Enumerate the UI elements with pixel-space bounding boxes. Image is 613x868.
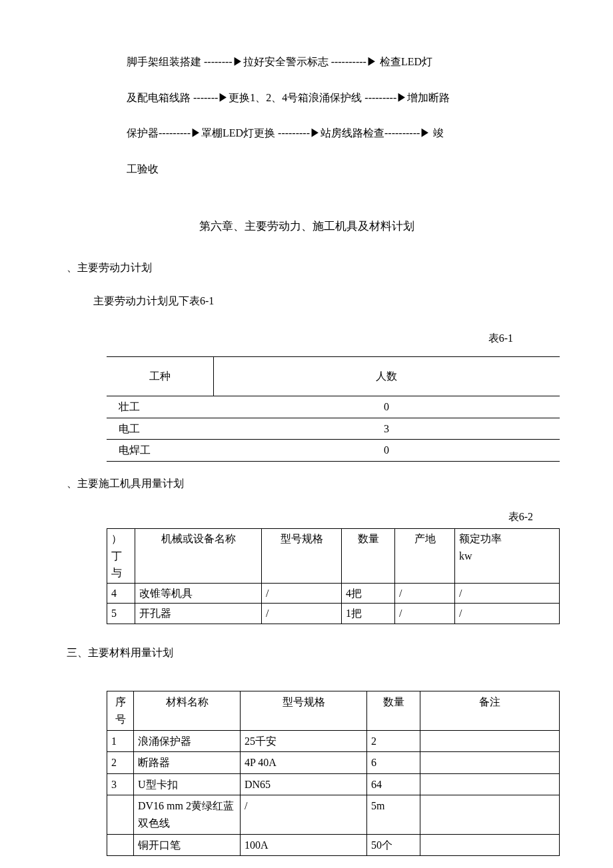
t61-header-kind: 工种: [107, 357, 213, 396]
t61-header-count: 人数: [213, 357, 560, 396]
t61-cell: 0: [213, 396, 560, 418]
table-row: 4 改锥等机具 / 4把 / /: [107, 583, 560, 604]
t62-header-origin: 产地: [395, 528, 455, 583]
t62-header-power: 额定功率 kw: [455, 528, 560, 583]
t62-cell: 开孔器: [135, 604, 262, 624]
tmat-cell: [107, 795, 134, 834]
table-6-2-caption: 表6-2: [67, 508, 546, 526]
tmat-cell: 50个: [367, 834, 420, 856]
table-materials: 序 号 材料名称 型号规格 数量 备注 1 浪涌保护器 25千安 2 2 断路器…: [107, 691, 560, 856]
table-row: 电工 3: [107, 418, 560, 440]
t62-cell: /: [262, 604, 342, 624]
t62-header-qty: 数量: [342, 528, 395, 583]
t62-header-num: ）丁 与: [107, 528, 135, 583]
t62-cell: /: [455, 604, 560, 624]
t62-cell: 改锥等机具: [135, 583, 262, 604]
tmat-cell: U型卡扣: [134, 773, 241, 795]
t62-cell: 5: [107, 604, 135, 624]
t61-cell: 3: [213, 418, 560, 440]
table-row: 5 开孔器 / 1把 / /: [107, 604, 560, 624]
t62-cell: /: [395, 604, 455, 624]
tmat-cell: DV16 mm 2黄绿红蓝双色线: [134, 795, 241, 834]
tmat-cell: 64: [367, 773, 420, 795]
tmat-cell: [420, 834, 560, 856]
section-1-subline: 主要劳动力计划见下表6-1: [93, 292, 546, 310]
tmat-cell: [107, 834, 134, 856]
t61-cell: 电工: [107, 418, 213, 440]
tmat-cell: 4P 40A: [241, 752, 367, 774]
tmat-cell: 铜开口笔: [134, 834, 241, 856]
table-row: 壮工 0: [107, 396, 560, 418]
flow-line-3: 保护器---------▶罩棚LED灯更换 ---------▶站房线路检查--…: [127, 125, 546, 142]
tmat-cell: /: [241, 795, 367, 834]
table-6-2: ）丁 与 机械或设备名称 型号规格 数量 产地 额定功率 kw 4 改锥等机具 …: [107, 528, 560, 624]
tmat-cell: 浪涌保护器: [134, 730, 241, 752]
tmat-cell: 1: [107, 730, 134, 752]
table-row: DV16 mm 2黄绿红蓝双色线 / 5m: [107, 795, 560, 834]
tmat-cell: 断路器: [134, 752, 241, 774]
chapter-title: 第六章、主要劳动力、施工机具及材料计划: [67, 217, 546, 235]
process-flow: 脚手架组装搭建 --------▶拉好安全警示标志 ----------▶ 检查…: [67, 53, 546, 177]
tmat-cell: [420, 752, 560, 774]
tmat-cell: [420, 795, 560, 834]
tmat-cell: [420, 773, 560, 795]
t62-cell: 1把: [342, 604, 395, 624]
flow-line-1: 脚手架组装搭建 --------▶拉好安全警示标志 ----------▶ 检查…: [127, 53, 546, 71]
tmat-cell: [420, 730, 560, 752]
t61-cell: 壮工: [107, 396, 213, 418]
table-row: 1 浪涌保护器 25千安 2: [107, 730, 560, 752]
table-row: 铜开口笔 100A 50个: [107, 834, 560, 856]
tmat-cell: 100A: [241, 834, 367, 856]
t62-cell: /: [395, 583, 455, 604]
section-3-title: 三、主要材料用量计划: [67, 644, 546, 661]
t62-cell: /: [262, 583, 342, 604]
t61-cell: 电焊工: [107, 440, 213, 462]
table-6-1: 工种 人数 壮工 0 电工 3 电焊工 0: [107, 356, 560, 461]
t62-cell: 4: [107, 583, 135, 604]
t62-header-name: 机械或设备名称: [135, 528, 262, 583]
tmat-cell: 25千安: [241, 730, 367, 752]
tmat-header-note: 备注: [420, 691, 560, 730]
tmat-cell: DN65: [241, 773, 367, 795]
t62-header-spec: 型号规格: [262, 528, 342, 583]
tmat-cell: 6: [367, 752, 420, 774]
table-6-1-caption: 表6-1: [67, 330, 546, 347]
t61-cell: 0: [213, 440, 560, 462]
table-row: 3 U型卡扣 DN65 64: [107, 773, 560, 795]
tmat-cell: 2: [107, 752, 134, 774]
tmat-header-spec: 型号规格: [241, 691, 367, 730]
tmat-header-name: 材料名称: [134, 691, 241, 730]
table-row: 2 断路器 4P 40A 6: [107, 752, 560, 774]
t62-cell: /: [455, 583, 560, 604]
tmat-cell: 2: [367, 730, 420, 752]
section-1-title: 、主要劳动力计划: [67, 259, 546, 276]
tmat-cell: 5m: [367, 795, 420, 834]
flow-line-2: 及配电箱线路 -------▶更换1、2、4号箱浪涌保护线 ---------▶…: [127, 89, 546, 107]
table-row: 电焊工 0: [107, 440, 560, 462]
tmat-header-num: 序 号: [107, 691, 134, 730]
tmat-cell: 3: [107, 773, 134, 795]
tmat-header-qty: 数量: [367, 691, 420, 730]
section-2-title: 、主要施工机具用量计划: [67, 475, 546, 492]
t62-cell: 4把: [342, 583, 395, 604]
flow-line-4: 工验收: [127, 161, 546, 178]
